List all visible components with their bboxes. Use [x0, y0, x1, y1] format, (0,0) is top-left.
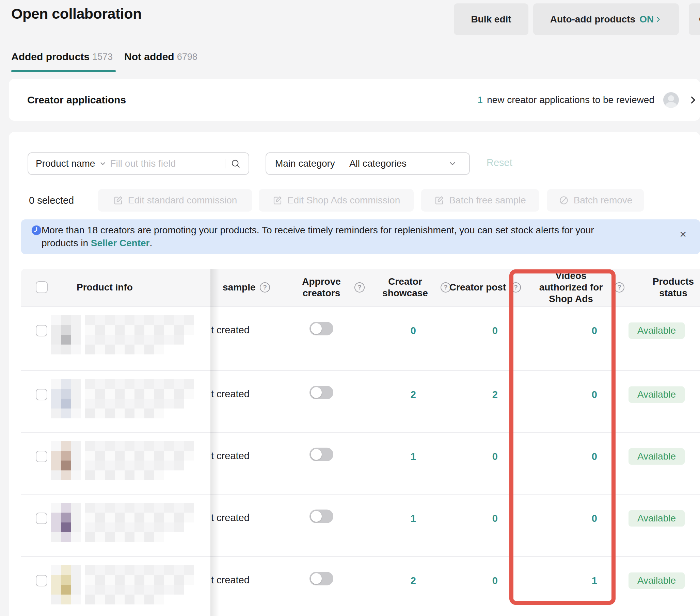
product-thumbnail-blurred: [51, 374, 194, 422]
clock-icon: [30, 224, 42, 236]
select-all-checkbox[interactable]: [36, 281, 48, 293]
product-status-badge: Available: [628, 448, 685, 465]
toggle-knob: [311, 387, 322, 398]
column-sample-partial: sample: [223, 269, 256, 306]
category-filter-label: Main category: [275, 158, 335, 169]
edit-standard-commission-button[interactable]: Edit standard commission: [98, 189, 252, 211]
open-collaboration-page: Open collaboration Bulk edit Auto-add pr…: [0, 0, 700, 616]
row-checkbox[interactable]: [36, 325, 47, 336]
seller-center-link[interactable]: Seller Center: [91, 238, 150, 248]
search-icon[interactable]: [230, 158, 241, 169]
row-checkbox[interactable]: [36, 389, 47, 400]
auto-add-products-button[interactable]: Auto-add products ON: [533, 3, 679, 35]
table-row: t created 1 0 0 Available: [21, 494, 700, 556]
banner-text: More than 18 creators are promoting your…: [41, 224, 654, 250]
videos-authorized-count[interactable]: 0: [560, 451, 597, 462]
row-checkbox[interactable]: [36, 451, 47, 462]
auto-add-state: ON: [639, 14, 654, 25]
creator-applications-card: Creator applications 1 new creator appli…: [9, 79, 700, 121]
row-checkbox[interactable]: [36, 575, 47, 587]
approve-creators-toggle[interactable]: [310, 386, 333, 399]
creator-post-count[interactable]: 0: [460, 513, 498, 524]
help-icon[interactable]: [260, 282, 270, 293]
videos-authorized-count[interactable]: 0: [560, 389, 597, 400]
product-status-badge: Available: [628, 322, 685, 339]
batch-free-sample-label: Batch free sample: [449, 195, 526, 206]
product-status-badge: Available: [628, 386, 685, 403]
product-thumbnail-blurred: [51, 498, 194, 546]
column-product-info: Product info: [77, 269, 133, 306]
creator-showcase-count[interactable]: 1: [379, 513, 416, 524]
toggle-knob: [311, 449, 322, 460]
banner-line1: More than 18 creators are promoting your…: [41, 225, 594, 235]
ban-icon: [559, 195, 569, 205]
edit-standard-commission-label: Edit standard commission: [128, 195, 237, 206]
sample-status: t created: [211, 324, 250, 336]
edit-shop-ads-commission-label: Edit Shop Ads commission: [287, 195, 400, 206]
search-input[interactable]: [110, 158, 225, 169]
selected-count: 0 selected: [29, 189, 74, 211]
toggle-knob: [311, 323, 322, 334]
new-applications-count: 1: [478, 94, 483, 105]
videos-authorized-count[interactable]: 1: [560, 575, 597, 587]
partial-cropped-button[interactable]: C: [689, 3, 700, 35]
creator-post-count[interactable]: 2: [460, 389, 498, 400]
table-row: t created 1 0 0 Available: [21, 432, 700, 494]
approve-creators-toggle[interactable]: [310, 448, 333, 461]
banner-line2: products in: [41, 238, 91, 248]
category-filter-value: All categories: [349, 158, 407, 169]
approve-creators-toggle[interactable]: [310, 510, 333, 523]
product-thumbnail-blurred: [51, 436, 194, 484]
search-field-selector[interactable]: Product name: [36, 158, 95, 169]
creator-showcase-count[interactable]: 2: [379, 389, 416, 400]
product-thumbnail-blurred: [51, 310, 194, 358]
batch-remove-label: Batch remove: [574, 195, 633, 206]
batch-remove-button[interactable]: Batch remove: [547, 189, 644, 211]
edit-icon: [272, 195, 283, 205]
close-icon[interactable]: ×: [679, 228, 686, 240]
toggle-knob: [311, 573, 322, 584]
videos-authorized-count[interactable]: 0: [560, 325, 597, 336]
active-tab-underline: [11, 70, 116, 72]
chevron-down-icon[interactable]: [99, 160, 107, 167]
banner-suffix: .: [150, 238, 152, 248]
help-icon[interactable]: [614, 282, 624, 293]
table-row: t created 2 2 0 Available: [21, 370, 700, 432]
bulk-edit-label: Bulk edit: [471, 14, 511, 25]
creator-showcase-count[interactable]: 0: [379, 325, 416, 336]
main-category-filter[interactable]: Main category All categories: [265, 152, 470, 175]
column-approve-creators: Approve creators: [294, 269, 349, 306]
chevron-right-icon: [654, 16, 662, 23]
tab-not-added[interactable]: Not added 6798: [124, 51, 198, 63]
table-row: t created 2 0 1 Available: [21, 556, 700, 616]
bulk-edit-button[interactable]: Bulk edit: [454, 3, 528, 35]
table-header: Product info sample Approve creators Cre…: [21, 269, 700, 306]
help-icon[interactable]: [511, 282, 521, 293]
creator-showcase-count[interactable]: 2: [379, 575, 416, 587]
column-products-status: Products status: [647, 269, 700, 306]
creator-post-count[interactable]: 0: [460, 451, 498, 462]
tab-not-added-count: 6798: [177, 52, 198, 62]
product-status-badge: Available: [628, 510, 685, 527]
column-creator-showcase: Creator showcase: [375, 269, 436, 306]
batch-free-sample-button[interactable]: Batch free sample: [421, 189, 539, 211]
creator-applications-summary[interactable]: 1 new creator applications to be reviewe…: [478, 79, 699, 121]
approve-creators-toggle[interactable]: [310, 322, 333, 335]
edit-shop-ads-commission-button[interactable]: Edit Shop Ads commission: [259, 189, 414, 211]
tab-added-products[interactable]: Added products 1573: [11, 51, 113, 63]
chevron-right-icon[interactable]: [688, 95, 698, 105]
reset-filters-button[interactable]: Reset: [487, 157, 512, 168]
edit-icon: [113, 195, 123, 205]
row-checkbox[interactable]: [36, 513, 47, 524]
approve-creators-toggle[interactable]: [310, 572, 333, 586]
creator-showcase-count[interactable]: 1: [379, 451, 416, 462]
edit-icon: [434, 195, 444, 205]
videos-authorized-count[interactable]: 0: [560, 513, 597, 524]
help-icon[interactable]: [354, 282, 365, 293]
column-videos-authorized: Videos authorized for Shop Ads: [532, 269, 610, 306]
new-applications-message: new creator applications to be reviewed: [487, 94, 654, 105]
creator-post-count[interactable]: 0: [460, 575, 498, 587]
tab-added-products-count: 1573: [92, 52, 113, 62]
creator-post-count[interactable]: 0: [460, 325, 498, 336]
sample-status: t created: [211, 388, 250, 400]
